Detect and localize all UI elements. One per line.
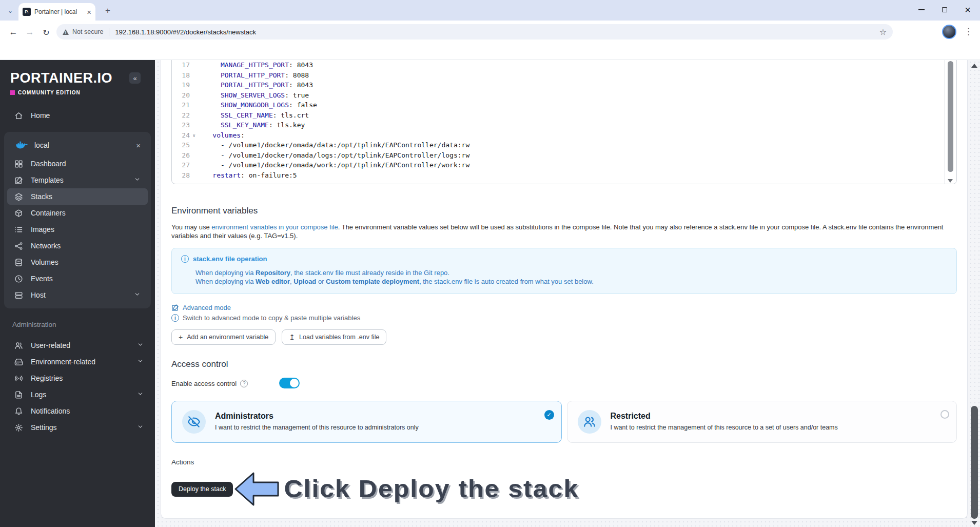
- editor-line-19[interactable]: 19 PORTAL_HTTPS_PORT: 8043: [172, 80, 942, 90]
- sidebar-item-containers[interactable]: Containers: [7, 205, 148, 221]
- advanced-mode-link[interactable]: Advanced mode: [171, 304, 957, 311]
- bell-icon: [14, 407, 23, 416]
- editor-line-23[interactable]: 23 SSL_KEY_NAME: tls.key: [172, 120, 942, 130]
- window-minimize-button[interactable]: [918, 9, 925, 10]
- sidebar-item-templates[interactable]: Templates: [7, 172, 148, 188]
- sidebar-item-logs[interactable]: Logs: [4, 386, 151, 403]
- volumes-icon: [14, 258, 23, 267]
- environment-header[interactable]: local ×: [7, 135, 148, 155]
- browser-toolbar: ← → ↻ Not secure 192.168.1.18:9000/#!/2/…: [0, 21, 980, 43]
- environment-name: local: [34, 141, 49, 149]
- page-scrollbar[interactable]: [969, 60, 980, 527]
- sidebar-item-registries[interactable]: Registries: [4, 370, 151, 386]
- sidebar-item-volumes[interactable]: Volumes: [7, 254, 148, 270]
- administration-label: Administration: [12, 321, 56, 328]
- sidebar-item-home[interactable]: Home: [0, 108, 155, 123]
- filetext-icon: [14, 391, 23, 399]
- portainer-app: PORTAINER.IO « COMMUNITY EDITION Home lo…: [0, 60, 980, 527]
- sidebar-item-environment-related[interactable]: Environment-related: [4, 354, 151, 370]
- editor-scroll-down-icon[interactable]: [948, 179, 953, 183]
- load-env-file-button[interactable]: ↥Load variables from .env file: [282, 329, 386, 345]
- editor-line-20[interactable]: 20 SHOW_SERVER_LOGS: true: [172, 90, 942, 101]
- sidebar-item-images[interactable]: Images: [7, 221, 148, 238]
- sidebar-item-settings[interactable]: Settings: [4, 419, 151, 436]
- tab-search-button[interactable]: ⌄: [4, 5, 16, 17]
- access-control-toggle[interactable]: [279, 378, 300, 388]
- window-restore-button[interactable]: [942, 7, 947, 12]
- compose-web-editor[interactable]: 17 MANAGE_HTTPS_PORT: 804318 PORTAL_HTTP…: [171, 60, 957, 184]
- sidebar-item-host[interactable]: Host: [7, 287, 148, 303]
- url-bar[interactable]: Not secure 192.168.1.18:9000/#!/2/docker…: [56, 24, 893, 40]
- access-control-heading: Access control: [171, 359, 957, 369]
- radio-unselected-icon[interactable]: [940, 410, 949, 419]
- portainer-logo: PORTAINER.IO: [10, 70, 112, 86]
- compose-env-vars-link[interactable]: environment variables in your compose fi…: [211, 223, 338, 231]
- harddrive-icon: [14, 358, 23, 366]
- edit-icon: [171, 304, 179, 311]
- chevron-down-icon: [134, 291, 141, 299]
- annotation-arrow-icon: [234, 471, 280, 507]
- editor-line-25[interactable]: 25 - /volume1/docker/omada/data:/opt/tpl…: [172, 140, 942, 150]
- deploy-stack-button[interactable]: Deploy the stack: [171, 482, 233, 497]
- line-number: 17: [172, 60, 197, 70]
- browser-tab[interactable]: P. Portainer | local ×: [18, 3, 95, 21]
- line-number: 26: [172, 150, 197, 161]
- reload-button[interactable]: ↻: [40, 26, 52, 38]
- fold-arrow-icon[interactable]: ∨: [193, 131, 195, 141]
- stack-env-tip-box: istack.env file operation When deploying…: [171, 248, 957, 294]
- editor-scrollbar[interactable]: [944, 60, 956, 184]
- portainer-favicon-icon: P.: [23, 8, 31, 16]
- window-close-button[interactable]: ×: [965, 5, 971, 15]
- access-option-administrators[interactable]: AdministratorsI want to restrict the man…: [171, 401, 562, 443]
- editor-line-17[interactable]: 17 MANAGE_HTTPS_PORT: 8043: [172, 60, 942, 70]
- back-button[interactable]: ←: [7, 26, 19, 38]
- forward-button[interactable]: →: [24, 26, 36, 38]
- chevron-down-icon: [137, 358, 144, 366]
- editor-line-18[interactable]: 18 PORTAL_HTTP_PORT: 8088: [172, 70, 942, 81]
- line-number: 21: [172, 100, 197, 110]
- access-option-description: I want to restrict the management of thi…: [611, 424, 838, 431]
- editor-scrollbar-thumb[interactable]: [948, 61, 953, 172]
- upload-icon: ↥: [289, 333, 295, 341]
- not-secure-warning-icon: [63, 29, 69, 35]
- add-env-variable-button[interactable]: +Add an environment variable: [171, 329, 276, 345]
- scroll-up-icon[interactable]: [971, 64, 977, 68]
- editor-line-24[interactable]: 24∨ volumes:: [172, 130, 942, 141]
- browser-menu-icon[interactable]: ⋮: [964, 26, 973, 37]
- sidebar-item-notifications[interactable]: Notifications: [4, 403, 151, 419]
- eyeoff-icon: [182, 410, 206, 434]
- info-icon: i: [181, 255, 189, 263]
- new-tab-button[interactable]: +: [102, 5, 114, 17]
- editor-line-21[interactable]: 21 SHOW_MONGODB_LOGS: false: [172, 100, 942, 110]
- chevron-down-icon: [137, 391, 144, 399]
- sidebar-collapse-button[interactable]: «: [129, 72, 141, 84]
- environment-group: local × DashboardTemplatesStacksContaine…: [4, 132, 151, 308]
- chevron-down-icon: [137, 423, 144, 432]
- editor-line-22[interactable]: 22 SSL_CERT_NAME: tls.crt: [172, 110, 942, 121]
- page-scrollbar-thumb[interactable]: [971, 406, 978, 519]
- dashboard-icon: [14, 160, 23, 168]
- env-variables-heading: Environment variables: [171, 206, 957, 216]
- tab-close-icon[interactable]: ×: [87, 8, 91, 16]
- bookmark-star-icon[interactable]: ☆: [879, 27, 887, 37]
- sidebar-item-dashboard[interactable]: Dashboard: [7, 155, 148, 172]
- gear-icon: [14, 423, 23, 432]
- browser-profile-avatar[interactable]: [942, 25, 956, 39]
- sidebar-item-stacks[interactable]: Stacks: [7, 188, 148, 205]
- line-number: 24∨: [172, 130, 197, 141]
- edition-square-icon: [10, 90, 15, 95]
- editor-line-28[interactable]: 28 restart: on-failure:5: [172, 170, 942, 181]
- editor-line-27[interactable]: 27 - /volume1/docker/omada/work:/opt/tpl…: [172, 160, 942, 170]
- access-option-restricted[interactable]: RestrictedI want to restrict the managem…: [567, 401, 957, 443]
- selected-check-icon[interactable]: ✓: [544, 410, 554, 420]
- host-icon: [14, 291, 23, 300]
- environment-close-icon[interactable]: ×: [136, 141, 141, 150]
- sidebar-item-user-related[interactable]: User-related: [4, 337, 151, 354]
- sidebar-item-events[interactable]: Events: [7, 270, 148, 287]
- sidebar-item-networks[interactable]: Networks: [7, 238, 148, 254]
- editor-line-26[interactable]: 26 - /volume1/docker/omada/logs:/opt/tpl…: [172, 150, 942, 161]
- line-number: 22: [172, 110, 197, 121]
- chevron-down-icon: [137, 341, 144, 349]
- line-number: 27: [172, 160, 197, 170]
- scroll-down-icon[interactable]: [971, 521, 977, 525]
